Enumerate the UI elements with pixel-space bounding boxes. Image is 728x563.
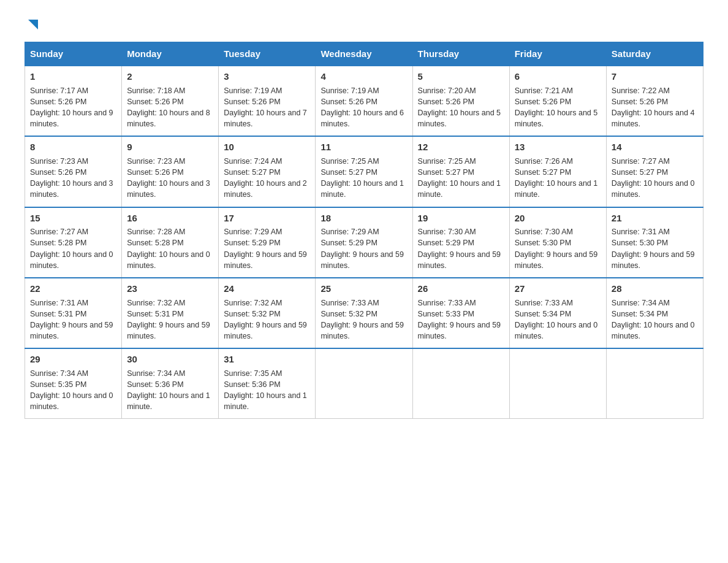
day-number: 8 <box>30 140 116 154</box>
calendar-cell: 6Sunrise: 7:21 AMSunset: 5:26 PMDaylight… <box>509 66 606 136</box>
day-number: 13 <box>515 140 601 154</box>
day-number: 2 <box>127 70 213 83</box>
page-header <box>25 18 703 29</box>
svg-marker-0 <box>28 20 38 29</box>
calendar-cell: 7Sunrise: 7:22 AMSunset: 5:26 PMDaylight… <box>606 66 703 136</box>
day-info: Sunrise: 7:18 AMSunset: 5:26 PMDaylight:… <box>127 86 210 128</box>
calendar-cell: 15Sunrise: 7:27 AMSunset: 5:28 PMDayligh… <box>25 207 122 278</box>
calendar-cell: 12Sunrise: 7:25 AMSunset: 5:27 PMDayligh… <box>412 136 509 207</box>
calendar-cell <box>509 348 606 419</box>
calendar-cell: 9Sunrise: 7:23 AMSunset: 5:26 PMDaylight… <box>122 136 219 207</box>
day-number: 18 <box>320 212 407 225</box>
day-number: 29 <box>30 353 116 366</box>
calendar-cell: 16Sunrise: 7:28 AMSunset: 5:28 PMDayligh… <box>122 207 219 278</box>
day-info: Sunrise: 7:29 AMSunset: 5:29 PMDaylight:… <box>320 228 404 269</box>
day-info: Sunrise: 7:19 AMSunset: 5:26 PMDaylight:… <box>224 86 307 128</box>
week-row-3: 15Sunrise: 7:27 AMSunset: 5:28 PMDayligh… <box>25 207 703 278</box>
calendar-header-row: SundayMondayTuesdayWednesdayThursdayFrid… <box>25 42 703 66</box>
day-info: Sunrise: 7:20 AMSunset: 5:26 PMDaylight:… <box>418 86 501 128</box>
day-info: Sunrise: 7:30 AMSunset: 5:30 PMDaylight:… <box>515 228 598 269</box>
calendar-cell: 14Sunrise: 7:27 AMSunset: 5:27 PMDayligh… <box>606 136 703 207</box>
calendar-cell: 11Sunrise: 7:25 AMSunset: 5:27 PMDayligh… <box>316 136 412 207</box>
calendar-cell: 1Sunrise: 7:17 AMSunset: 5:26 PMDaylight… <box>25 66 122 136</box>
calendar-cell: 24Sunrise: 7:32 AMSunset: 5:32 PMDayligh… <box>219 278 316 348</box>
calendar-cell: 31Sunrise: 7:35 AMSunset: 5:36 PMDayligh… <box>219 348 316 419</box>
day-number: 16 <box>127 212 213 225</box>
day-number: 23 <box>127 282 213 296</box>
day-number: 31 <box>224 353 310 366</box>
calendar-cell: 20Sunrise: 7:30 AMSunset: 5:30 PMDayligh… <box>509 207 606 278</box>
day-number: 28 <box>612 282 698 296</box>
day-number: 12 <box>418 140 504 154</box>
calendar-table: SundayMondayTuesdayWednesdayThursdayFrid… <box>25 42 703 419</box>
day-info: Sunrise: 7:17 AMSunset: 5:26 PMDaylight:… <box>30 86 113 128</box>
day-info: Sunrise: 7:34 AMSunset: 5:35 PMDaylight:… <box>30 369 113 411</box>
day-number: 27 <box>515 282 601 296</box>
calendar-cell: 5Sunrise: 7:20 AMSunset: 5:26 PMDaylight… <box>412 66 509 136</box>
day-number: 14 <box>612 140 698 154</box>
day-number: 11 <box>320 140 407 154</box>
day-number: 17 <box>224 212 310 225</box>
day-number: 5 <box>418 70 504 83</box>
day-number: 9 <box>127 140 213 154</box>
calendar-cell: 10Sunrise: 7:24 AMSunset: 5:27 PMDayligh… <box>219 136 316 207</box>
header-tuesday: Tuesday <box>219 42 316 66</box>
day-info: Sunrise: 7:32 AMSunset: 5:32 PMDaylight:… <box>224 299 307 340</box>
day-number: 10 <box>224 140 310 154</box>
header-thursday: Thursday <box>412 42 509 66</box>
day-number: 24 <box>224 282 310 296</box>
week-row-5: 29Sunrise: 7:34 AMSunset: 5:35 PMDayligh… <box>25 348 703 419</box>
header-sunday: Sunday <box>25 42 122 66</box>
day-number: 26 <box>418 282 504 296</box>
calendar-cell: 23Sunrise: 7:32 AMSunset: 5:31 PMDayligh… <box>122 278 219 348</box>
day-info: Sunrise: 7:30 AMSunset: 5:29 PMDaylight:… <box>418 228 501 269</box>
day-info: Sunrise: 7:28 AMSunset: 5:28 PMDaylight:… <box>127 228 210 269</box>
day-number: 20 <box>515 212 601 225</box>
day-number: 6 <box>515 70 601 83</box>
day-info: Sunrise: 7:33 AMSunset: 5:33 PMDaylight:… <box>418 299 501 340</box>
calendar-cell: 28Sunrise: 7:34 AMSunset: 5:34 PMDayligh… <box>606 278 703 348</box>
day-info: Sunrise: 7:31 AMSunset: 5:30 PMDaylight:… <box>612 228 695 269</box>
day-info: Sunrise: 7:24 AMSunset: 5:27 PMDaylight:… <box>224 157 307 199</box>
day-info: Sunrise: 7:27 AMSunset: 5:27 PMDaylight:… <box>612 157 695 199</box>
calendar-cell: 27Sunrise: 7:33 AMSunset: 5:34 PMDayligh… <box>509 278 606 348</box>
calendar-cell: 29Sunrise: 7:34 AMSunset: 5:35 PMDayligh… <box>25 348 122 419</box>
calendar-cell: 25Sunrise: 7:33 AMSunset: 5:32 PMDayligh… <box>316 278 412 348</box>
day-info: Sunrise: 7:32 AMSunset: 5:31 PMDaylight:… <box>127 299 210 340</box>
calendar-cell: 3Sunrise: 7:19 AMSunset: 5:26 PMDaylight… <box>219 66 316 136</box>
header-saturday: Saturday <box>606 42 703 66</box>
day-info: Sunrise: 7:25 AMSunset: 5:27 PMDaylight:… <box>418 157 501 199</box>
day-number: 19 <box>418 212 504 225</box>
calendar-cell: 30Sunrise: 7:34 AMSunset: 5:36 PMDayligh… <box>122 348 219 419</box>
calendar-cell <box>316 348 412 419</box>
logo <box>25 18 39 29</box>
header-wednesday: Wednesday <box>316 42 412 66</box>
calendar-cell: 18Sunrise: 7:29 AMSunset: 5:29 PMDayligh… <box>316 207 412 278</box>
day-info: Sunrise: 7:25 AMSunset: 5:27 PMDaylight:… <box>320 157 404 199</box>
day-info: Sunrise: 7:22 AMSunset: 5:26 PMDaylight:… <box>612 86 695 128</box>
logo-triangle-icon <box>26 18 39 32</box>
header-monday: Monday <box>122 42 219 66</box>
day-info: Sunrise: 7:23 AMSunset: 5:26 PMDaylight:… <box>30 157 113 199</box>
day-info: Sunrise: 7:35 AMSunset: 5:36 PMDaylight:… <box>224 369 307 411</box>
day-info: Sunrise: 7:33 AMSunset: 5:34 PMDaylight:… <box>515 299 598 340</box>
week-row-1: 1Sunrise: 7:17 AMSunset: 5:26 PMDaylight… <box>25 66 703 136</box>
day-info: Sunrise: 7:34 AMSunset: 5:36 PMDaylight:… <box>127 369 210 411</box>
calendar-cell: 4Sunrise: 7:19 AMSunset: 5:26 PMDaylight… <box>316 66 412 136</box>
day-number: 3 <box>224 70 310 83</box>
day-info: Sunrise: 7:31 AMSunset: 5:31 PMDaylight:… <box>30 299 113 340</box>
calendar-cell: 13Sunrise: 7:26 AMSunset: 5:27 PMDayligh… <box>509 136 606 207</box>
calendar-cell <box>412 348 509 419</box>
day-info: Sunrise: 7:34 AMSunset: 5:34 PMDaylight:… <box>612 299 695 340</box>
calendar-cell: 19Sunrise: 7:30 AMSunset: 5:29 PMDayligh… <box>412 207 509 278</box>
calendar-cell: 21Sunrise: 7:31 AMSunset: 5:30 PMDayligh… <box>606 207 703 278</box>
calendar-cell: 8Sunrise: 7:23 AMSunset: 5:26 PMDaylight… <box>25 136 122 207</box>
day-number: 15 <box>30 212 116 225</box>
header-friday: Friday <box>509 42 606 66</box>
day-number: 30 <box>127 353 213 366</box>
day-info: Sunrise: 7:26 AMSunset: 5:27 PMDaylight:… <box>515 157 598 199</box>
calendar-cell: 17Sunrise: 7:29 AMSunset: 5:29 PMDayligh… <box>219 207 316 278</box>
day-number: 7 <box>612 70 698 83</box>
calendar-cell <box>606 348 703 419</box>
day-info: Sunrise: 7:33 AMSunset: 5:32 PMDaylight:… <box>320 299 404 340</box>
